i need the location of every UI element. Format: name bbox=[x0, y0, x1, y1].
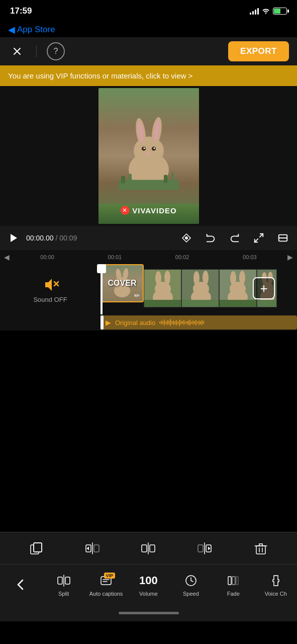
svg-rect-41 bbox=[182, 300, 219, 307]
keyframe-button[interactable] bbox=[178, 230, 194, 246]
volume-number: 100 bbox=[139, 574, 158, 587]
svg-rect-62 bbox=[150, 545, 155, 552]
back-button[interactable] bbox=[4, 577, 39, 593]
ruler-right-arrow[interactable]: ▶ bbox=[287, 253, 293, 261]
svg-rect-15 bbox=[171, 173, 174, 183]
svg-rect-13 bbox=[129, 174, 132, 183]
sound-off-icon[interactable]: Sound OFF bbox=[33, 276, 67, 303]
top-toolbar: ? EXPORT bbox=[0, 37, 297, 65]
delete-clip-button[interactable] bbox=[250, 537, 272, 559]
auto-captions-tool[interactable]: VIP Auto captions bbox=[88, 573, 124, 597]
svg-rect-47 bbox=[220, 300, 257, 307]
wifi-icon bbox=[262, 8, 270, 15]
home-bar bbox=[119, 612, 179, 614]
bottom-edit-tools bbox=[0, 532, 297, 564]
fade-tool[interactable]: Fade bbox=[216, 573, 251, 597]
audio-track: ▶ Original audio bbox=[0, 314, 297, 331]
ruler-left-arrow[interactable]: ◀ bbox=[4, 253, 10, 261]
current-time: 00:00.00 bbox=[26, 234, 54, 242]
aspect-ratio-button[interactable] bbox=[275, 230, 291, 246]
svg-point-9 bbox=[153, 147, 155, 149]
vip-banner[interactable]: You are using VIP functions or materials… bbox=[0, 65, 297, 86]
timeline-left-panel: Sound OFF bbox=[0, 264, 101, 314]
total-time: 00:09 bbox=[59, 234, 77, 242]
cover-thumbnail[interactable]: COVER ✏ bbox=[101, 264, 144, 302]
strip-frame-1 bbox=[144, 269, 181, 307]
back-to-store-button[interactable]: ◀ App Store bbox=[8, 24, 55, 35]
svg-rect-12 bbox=[121, 176, 125, 184]
audio-play-icon: ▶ bbox=[106, 318, 111, 327]
video-strip: + bbox=[144, 269, 277, 307]
export-button[interactable]: EXPORT bbox=[228, 41, 289, 61]
strip-frame-3 bbox=[219, 269, 257, 307]
playhead-handle bbox=[97, 264, 106, 273]
strip-frame-2 bbox=[181, 269, 219, 307]
volume-value: 100 bbox=[140, 573, 156, 589]
time-display: 00:00.00 / 00:09 bbox=[26, 234, 77, 242]
help-button[interactable]: ? bbox=[47, 42, 65, 60]
playback-tools bbox=[178, 230, 291, 246]
svg-point-39 bbox=[193, 271, 200, 285]
ruler-mark-3: 00:03 bbox=[243, 254, 257, 260]
svg-rect-35 bbox=[144, 300, 181, 307]
close-button[interactable] bbox=[8, 42, 26, 60]
split-tool[interactable]: Split bbox=[46, 573, 81, 597]
timeline-area: Sound OFF COVER ✏ bbox=[0, 264, 297, 314]
strip-frame-rabbit-2 bbox=[182, 270, 219, 307]
fade-icon bbox=[225, 573, 241, 589]
svg-rect-63 bbox=[198, 545, 203, 552]
speed-icon bbox=[183, 573, 199, 589]
volume-tool[interactable]: 100 Volume bbox=[131, 573, 166, 597]
video-preview: ✕ VIVAVIDEO bbox=[0, 86, 297, 226]
auto-captions-icon: VIP bbox=[98, 573, 114, 589]
volume-label: Volume bbox=[139, 591, 158, 597]
watermark-text: VIVAVIDEO bbox=[132, 206, 176, 215]
fullscreen-button[interactable] bbox=[251, 230, 267, 246]
status-time: 17:59 bbox=[10, 6, 32, 16]
audio-label: Original audio bbox=[115, 319, 155, 327]
rabbit-image bbox=[98, 88, 199, 224]
svg-line-19 bbox=[255, 239, 258, 242]
audio-track-inner[interactable]: ▶ Original audio bbox=[101, 315, 297, 330]
mute-icon bbox=[41, 276, 59, 294]
play-button[interactable] bbox=[6, 231, 20, 245]
audio-playhead bbox=[101, 315, 104, 330]
bottom-toolbar: Split VIP Auto captions 100 Volume bbox=[0, 564, 297, 604]
svg-point-1 bbox=[134, 137, 164, 165]
timeline-content: COVER ✏ bbox=[101, 264, 277, 314]
svg-rect-80 bbox=[228, 577, 231, 585]
home-indicator bbox=[0, 604, 297, 621]
svg-point-40 bbox=[203, 271, 209, 285]
svg-line-18 bbox=[260, 234, 263, 237]
svg-rect-53 bbox=[257, 300, 277, 307]
add-clip-button[interactable]: + bbox=[253, 277, 275, 299]
rabbit-svg bbox=[119, 115, 179, 190]
fade-label: Fade bbox=[227, 591, 240, 597]
svg-marker-16 bbox=[11, 234, 17, 242]
copy-clip-button[interactable] bbox=[25, 537, 47, 559]
back-icon bbox=[13, 577, 29, 593]
back-nav: ◀ App Store bbox=[0, 22, 297, 37]
timeline-ruler: ◀ 00:00 00:01 00:02 00:03 ▶ bbox=[0, 250, 297, 264]
split-left-button[interactable] bbox=[81, 537, 104, 559]
ruler-mark-1: 00:01 bbox=[108, 254, 122, 260]
audio-waveform bbox=[159, 318, 292, 327]
svg-rect-82 bbox=[236, 577, 238, 585]
watermark: ✕ VIVAVIDEO bbox=[120, 206, 176, 215]
svg-rect-60 bbox=[142, 545, 147, 552]
status-bar: 17:59 bbox=[0, 0, 297, 22]
voice-ch-tool[interactable]: Voice Ch bbox=[258, 573, 293, 597]
svg-point-33 bbox=[155, 271, 161, 285]
status-icons bbox=[250, 8, 287, 15]
svg-point-8 bbox=[143, 147, 145, 149]
undo-button[interactable] bbox=[203, 230, 219, 246]
voice-ch-icon bbox=[268, 573, 284, 589]
svg-point-34 bbox=[164, 271, 170, 285]
split-right-button[interactable] bbox=[193, 537, 216, 559]
timeline-black-space bbox=[0, 331, 297, 532]
redo-button[interactable] bbox=[227, 230, 243, 246]
split-center-button[interactable] bbox=[137, 537, 159, 559]
vip-badge: VIP bbox=[104, 573, 116, 579]
battery-icon bbox=[273, 8, 287, 15]
speed-tool[interactable]: Speed bbox=[173, 573, 209, 597]
